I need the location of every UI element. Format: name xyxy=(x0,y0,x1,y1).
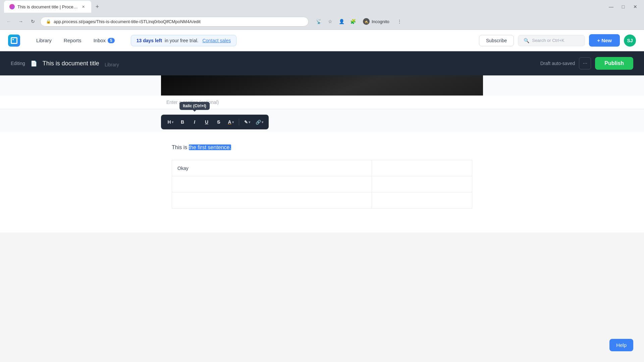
forward-btn[interactable]: → xyxy=(16,17,25,26)
caption-field[interactable]: Enter a caption (optional) xyxy=(166,100,488,105)
tab-close-btn[interactable]: ✕ xyxy=(80,4,86,9)
subscribe-button[interactable]: Subscribe xyxy=(479,35,514,46)
paragraph-text-selected: the first sentence. xyxy=(189,144,231,150)
menu-icon[interactable]: ⋮ xyxy=(395,17,404,26)
font-color-button[interactable]: A ▾ xyxy=(225,117,236,127)
address-bar[interactable]: 🔒 app.process.st/pages/This-is-document-… xyxy=(40,17,309,26)
heading-label: H xyxy=(167,119,171,125)
url-text: app.process.st/pages/This-is-document-ti… xyxy=(54,19,201,24)
incognito-label: Incognito xyxy=(372,19,389,24)
link-icon: 🔗 xyxy=(256,120,261,125)
editing-label: Editing xyxy=(11,61,25,66)
paragraph-text-start: This is xyxy=(172,144,189,150)
inbox-label: Inbox xyxy=(93,38,106,43)
tab-title: This is document title | Process S... xyxy=(17,4,78,9)
doc-icon: 📄 xyxy=(31,60,37,67)
table-row-1: Okay xyxy=(172,160,472,176)
editor-text-content[interactable]: This is the first sentence. Okay xyxy=(161,132,483,233)
extensions-icon[interactable]: 🧩 xyxy=(348,17,358,26)
editor-header-actions: Draft auto-saved ··· Publish xyxy=(540,57,633,70)
minimize-btn[interactable]: ― xyxy=(606,2,616,11)
content-table: Okay xyxy=(172,160,472,208)
app-logo[interactable] xyxy=(8,35,20,47)
paragraph-1: This is the first sentence. xyxy=(172,143,472,152)
new-button[interactable]: + New xyxy=(589,34,620,47)
inbox-badge: 5 xyxy=(108,38,115,43)
search-bar[interactable]: 🔍 Search or Ctrl+K xyxy=(518,35,585,46)
trial-suffix: in your free trial. xyxy=(165,38,198,43)
main-nav: Library Reports Inbox 5 xyxy=(31,35,120,46)
toolbar-divider-1 xyxy=(239,119,239,125)
table-cell-3-1[interactable] xyxy=(172,192,372,208)
publish-button[interactable]: Publish xyxy=(595,57,633,70)
refresh-btn[interactable]: ↻ xyxy=(28,17,38,26)
underline-button[interactable]: U xyxy=(201,117,212,127)
table-cell-3-2[interactable] xyxy=(372,192,472,208)
incognito-badge: 🕵 Incognito xyxy=(360,17,393,26)
search-icon: 🔍 xyxy=(524,38,529,43)
new-label: + New xyxy=(597,38,612,43)
logo-icon xyxy=(11,37,17,44)
profile-icon[interactable]: 👤 xyxy=(337,17,346,26)
tab-favicon xyxy=(9,4,15,9)
lock-icon: 🔒 xyxy=(46,19,51,24)
nav-library[interactable]: Library xyxy=(31,35,57,46)
underline-label: U xyxy=(205,119,208,125)
active-tab[interactable]: This is document title | Process S... ✕ xyxy=(4,1,91,13)
font-color-chevron-icon: ▾ xyxy=(232,120,234,124)
strikethrough-button[interactable]: S xyxy=(213,117,224,127)
strikethrough-label: S xyxy=(217,119,220,125)
back-btn[interactable]: ← xyxy=(4,17,13,26)
heading-chevron-icon: ▾ xyxy=(172,120,173,124)
search-placeholder: Search or Ctrl+K xyxy=(532,38,564,43)
trial-days: 13 days left xyxy=(137,38,162,43)
italic-button[interactable]: I Italic (Ctrl+I) xyxy=(189,117,200,127)
maximize-btn[interactable]: □ xyxy=(619,2,628,11)
highlight-icon: ✎ xyxy=(244,120,248,125)
table-cell-2-1[interactable] xyxy=(172,176,372,192)
header-actions: Subscribe 🔍 Search or Ctrl+K + New SJ xyxy=(479,34,636,47)
nav-reports[interactable]: Reports xyxy=(58,35,87,46)
highlight-button[interactable]: ✎ ▾ xyxy=(242,117,253,127)
new-tab-btn[interactable]: + xyxy=(93,2,102,11)
close-btn[interactable]: ✕ xyxy=(631,2,640,11)
draft-saved-label: Draft auto-saved xyxy=(540,61,575,66)
table-cell-1-2[interactable] xyxy=(372,160,472,176)
formatting-toolbar: H ▾ B I Italic (Ctrl+I) U S xyxy=(161,115,269,129)
highlight-chevron-icon: ▾ xyxy=(249,120,250,124)
bold-label: B xyxy=(181,119,184,125)
image-block xyxy=(161,75,483,96)
table-cell-2-2[interactable] xyxy=(372,176,472,192)
bold-button[interactable]: B xyxy=(177,117,188,127)
bookmark-icon[interactable]: ☆ xyxy=(325,17,335,26)
cast-icon: 📡 xyxy=(314,17,323,26)
contact-sales-link[interactable]: Contact sales xyxy=(202,38,231,43)
doc-title[interactable]: This is document title xyxy=(43,60,99,67)
font-color-label: A xyxy=(228,119,231,125)
breadcrumb[interactable]: Library xyxy=(105,62,535,67)
link-button[interactable]: 🔗 ▾ xyxy=(254,117,265,127)
italic-label: I xyxy=(194,119,195,125)
table-cell-1-1[interactable]: Okay xyxy=(172,160,372,176)
table-row-3 xyxy=(172,192,472,208)
incognito-icon: 🕵 xyxy=(363,18,370,25)
avatar[interactable]: SJ xyxy=(624,35,636,47)
heading-button[interactable]: H ▾ xyxy=(165,117,176,127)
app-header: Library Reports Inbox 5 13 days left in … xyxy=(0,30,644,51)
editor-content-area: Enter a caption (optional) H ▾ B I Itali… xyxy=(0,75,644,233)
table-row-2 xyxy=(172,176,472,192)
more-options-button[interactable]: ··· xyxy=(579,57,591,69)
trial-banner: 13 days left in your free trial. Contact… xyxy=(131,35,236,46)
help-button[interactable]: Help xyxy=(609,339,633,351)
link-chevron-icon: ▾ xyxy=(262,120,263,124)
editor-header: Editing 📄 This is document title Library… xyxy=(0,51,644,75)
nav-inbox[interactable]: Inbox 5 xyxy=(88,35,120,46)
